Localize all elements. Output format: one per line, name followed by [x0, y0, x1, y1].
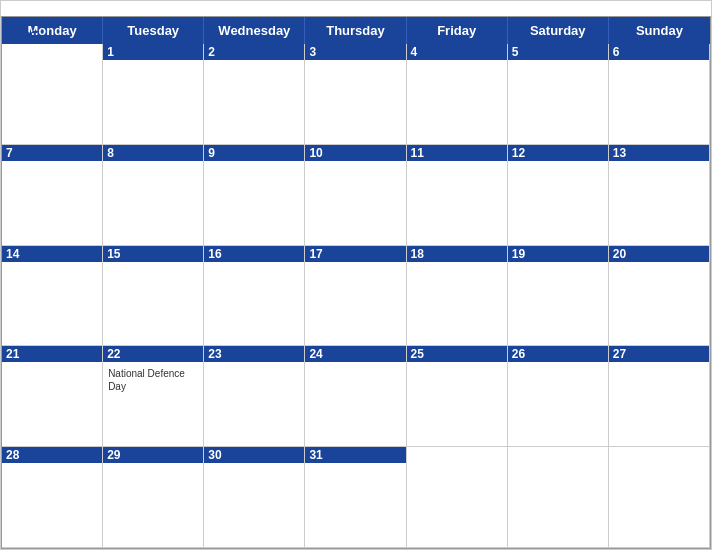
day-number: 26 [512, 347, 525, 361]
day-number: 20 [613, 247, 626, 261]
day-number: 13 [613, 146, 626, 160]
header-saturday: Saturday [508, 17, 609, 44]
day-cell: 23 [204, 346, 305, 447]
day-cell: 7 [2, 145, 103, 246]
day-cell: 5 [508, 44, 609, 145]
day-cell: 26 [508, 346, 609, 447]
day-number: 4 [411, 45, 418, 59]
days-of-week-header: Monday Tuesday Wednesday Thursday Friday… [2, 17, 710, 44]
header-friday: Friday [407, 17, 508, 44]
logo-bird-icon [19, 27, 41, 45]
day-cell: 31 [305, 447, 406, 548]
day-cell: 29 [103, 447, 204, 548]
day-cell: 24 [305, 346, 406, 447]
week-row-4: 2122National Defence Day2324252627 [2, 346, 710, 447]
day-cell: 22National Defence Day [103, 346, 204, 447]
day-number: 6 [613, 45, 620, 59]
day-cell: 17 [305, 246, 406, 347]
calendar-event: National Defence Day [108, 367, 198, 393]
logo [16, 9, 41, 45]
day-cell: 30 [204, 447, 305, 548]
day-number: 19 [512, 247, 525, 261]
day-number: 17 [309, 247, 322, 261]
day-number: 24 [309, 347, 322, 361]
day-cell: 11 [407, 145, 508, 246]
day-cell [407, 447, 508, 548]
day-cell: 4 [407, 44, 508, 145]
day-cell: 25 [407, 346, 508, 447]
day-number: 8 [107, 146, 114, 160]
day-number: 27 [613, 347, 626, 361]
calendar-container: Monday Tuesday Wednesday Thursday Friday… [0, 0, 712, 550]
header-thursday: Thursday [305, 17, 406, 44]
day-cell: 6 [609, 44, 710, 145]
day-number: 28 [6, 448, 19, 462]
day-cell [508, 447, 609, 548]
day-cell: 21 [2, 346, 103, 447]
day-cell: 20 [609, 246, 710, 347]
day-number: 12 [512, 146, 525, 160]
day-cell: 27 [609, 346, 710, 447]
day-number: 29 [107, 448, 120, 462]
header-wednesday: Wednesday [204, 17, 305, 44]
day-cell: 1 [103, 44, 204, 145]
day-cell: 16 [204, 246, 305, 347]
day-cell: 2 [204, 44, 305, 145]
week-row-1: 123456 [2, 44, 710, 145]
day-cell [2, 44, 103, 145]
header-tuesday: Tuesday [103, 17, 204, 44]
day-number: 7 [6, 146, 13, 160]
day-cell: 8 [103, 145, 204, 246]
calendar-grid: 12345678910111213141516171819202122Natio… [2, 44, 710, 548]
day-number: 15 [107, 247, 120, 261]
day-cell: 13 [609, 145, 710, 246]
week-row-5: 28293031 [2, 447, 710, 548]
day-number: 1 [107, 45, 114, 59]
day-number: 16 [208, 247, 221, 261]
day-number: 11 [411, 146, 424, 160]
week-row-3: 14151617181920 [2, 246, 710, 347]
day-number: 25 [411, 347, 424, 361]
day-cell: 9 [204, 145, 305, 246]
calendar-body: Monday Tuesday Wednesday Thursday Friday… [1, 16, 711, 549]
day-number: 31 [309, 448, 322, 462]
day-number: 18 [411, 247, 424, 261]
day-cell: 12 [508, 145, 609, 246]
day-number: 3 [309, 45, 316, 59]
day-number: 23 [208, 347, 221, 361]
day-number: 2 [208, 45, 215, 59]
day-number: 21 [6, 347, 19, 361]
day-number: 14 [6, 247, 19, 261]
day-cell: 3 [305, 44, 406, 145]
day-number: 30 [208, 448, 221, 462]
day-cell: 14 [2, 246, 103, 347]
day-number: 5 [512, 45, 519, 59]
calendar-header [1, 1, 711, 16]
day-cell: 10 [305, 145, 406, 246]
day-number: 22 [107, 347, 120, 361]
header-sunday: Sunday [609, 17, 710, 44]
day-cell: 28 [2, 447, 103, 548]
day-number: 10 [309, 146, 322, 160]
day-cell: 19 [508, 246, 609, 347]
day-cell: 18 [407, 246, 508, 347]
logo-area [16, 9, 41, 45]
day-cell [609, 447, 710, 548]
day-number: 9 [208, 146, 215, 160]
day-cell: 15 [103, 246, 204, 347]
week-row-2: 78910111213 [2, 145, 710, 246]
